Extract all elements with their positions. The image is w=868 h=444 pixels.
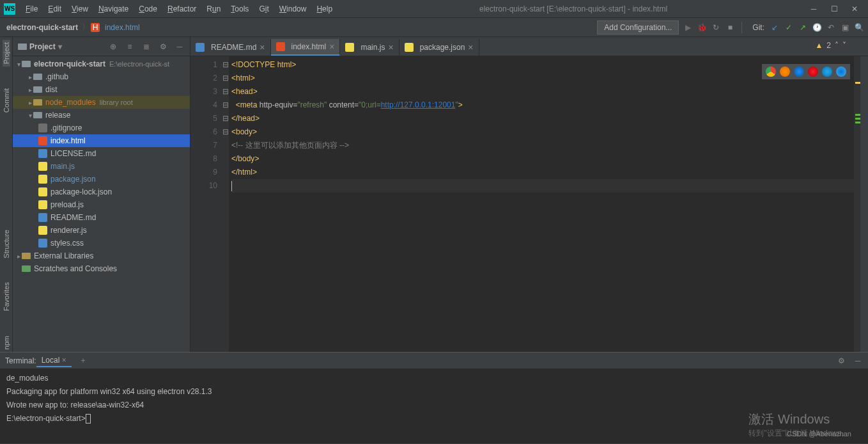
menu-help[interactable]: Help [311,3,337,15]
opera-icon[interactable] [808,67,818,77]
tree-scratches[interactable]: Scratches and Consoles [13,262,190,275]
window-title: electron-quick-start [E:\electron-quick-… [337,4,809,13]
git-commit-icon[interactable]: ✓ [784,22,794,33]
svg-rect-4 [33,74,42,80]
menu-view[interactable]: View [66,3,93,15]
git-pull-icon[interactable]: ↙ [770,22,780,33]
svg-rect-20 [196,43,205,52]
rail-npm[interactable]: npm [3,333,10,352]
tree-root[interactable]: ▾electron-quick-startE:\electron-quick-s… [13,58,190,70]
fold-gutter[interactable]: ⊟⊟⊟⊟⊟⊟ [222,56,229,352]
rail-commit[interactable]: Commit [3,86,10,115]
tree-file-gitignore[interactable]: .gitignore [13,122,190,134]
close-icon[interactable]: × [329,42,334,52]
menu-run[interactable]: Run [201,3,226,15]
svg-rect-18 [22,253,31,259]
select-opened-icon[interactable]: ⊕ [108,42,118,52]
project-sidebar: Project ▾ ⊕ ≡ ≣ ⚙ ─ ▾electron-quick-star… [13,37,190,352]
stop-icon[interactable]: ■ [725,22,735,33]
add-configuration-button[interactable]: Add Configuration... [597,20,679,35]
tree-file-styles-css[interactable]: styles.css [13,237,190,250]
menu-code[interactable]: Code [134,3,162,15]
terminal-label: Terminal: [5,356,36,365]
breadcrumb-file[interactable]: index.html [102,22,143,33]
edge-icon[interactable] [836,67,846,77]
close-icon[interactable]: × [62,356,66,365]
tree-folder-github[interactable]: ▸.github [13,70,190,83]
tree-file-license[interactable]: LICENSE.md [13,147,190,160]
tab-readme[interactable]: README.md× [190,39,271,56]
chevron-down-icon[interactable]: ˅ [842,41,846,50]
coverage-icon[interactable]: ↻ [711,22,721,33]
tree-file-preload-js[interactable]: preload.js [13,198,190,211]
editor-scrollbar[interactable] [860,56,868,352]
maximize-button[interactable]: ☐ [830,4,839,13]
code-editor[interactable]: 12345678910 ⊟⊟⊟⊟⊟⊟ <!DOCTYPE html> <html… [190,56,868,352]
svg-rect-11 [38,162,47,171]
hide-icon[interactable]: ─ [174,42,185,52]
git-push-icon[interactable]: ↗ [798,22,808,33]
tab-index-html[interactable]: index.html× [271,39,341,56]
search-icon[interactable]: 🔍 [854,22,864,33]
terminal-hide-icon[interactable]: ─ [853,356,863,366]
project-icon [18,42,27,51]
terminal-settings-icon[interactable]: ⚙ [836,356,846,366]
close-button[interactable]: ✕ [850,4,859,13]
tree-file-main-js[interactable]: main.js [13,160,190,173]
tree-file-package-lock[interactable]: package-lock.json [13,186,190,198]
terminal-tab-local[interactable]: Local × [36,354,72,367]
expand-all-icon[interactable]: ≡ [125,42,135,52]
tab-package-json[interactable]: package.json× [399,39,479,56]
firefox-icon[interactable] [780,67,790,77]
close-icon[interactable]: × [468,42,473,52]
inspection-widget[interactable]: ▲2 ˄ ˅ [811,40,850,51]
add-terminal-icon[interactable]: ＋ [78,356,88,366]
tree-folder-dist[interactable]: ▸dist [13,83,190,96]
rail-structure[interactable]: Structure [3,227,10,261]
todo-icon[interactable]: ▣ [840,22,850,33]
rail-favorites[interactable]: Favorites [3,280,10,313]
collapse-all-icon[interactable]: ≣ [141,42,151,52]
svg-rect-8 [38,123,47,132]
menu-git[interactable]: Git [254,3,274,15]
tree-file-package-json[interactable]: package.json [13,173,190,186]
rail-project[interactable]: Project [3,40,10,67]
project-tree[interactable]: ▾electron-quick-startE:\electron-quick-s… [13,56,190,352]
svg-text:H: H [93,23,98,32]
tab-main-js[interactable]: main.js× [340,39,399,56]
error-stripe[interactable] [854,56,860,352]
git-history-icon[interactable]: 🕐 [812,22,822,33]
chrome-icon[interactable] [766,67,776,77]
menu-refactor[interactable]: Refactor [162,3,201,15]
settings-icon[interactable]: ⚙ [158,42,168,52]
git-label: Git: [752,23,764,32]
tree-folder-node-modules[interactable]: ▸node_moduleslibrary root [13,96,190,109]
menu-window[interactable]: Window [274,3,312,15]
menu-file[interactable]: File [20,3,43,15]
menu-edit[interactable]: Edit [43,3,66,15]
tree-folder-release[interactable]: ▾release [13,109,190,122]
svg-rect-13 [38,187,47,196]
tree-file-readme[interactable]: README.md [13,211,190,224]
debug-icon[interactable]: 🐞 [697,22,707,33]
safari-icon[interactable] [794,67,804,77]
svg-rect-23 [405,43,414,52]
minimize-button[interactable]: ─ [809,4,818,13]
menu-tools[interactable]: Tools [226,3,254,15]
chevron-up-icon[interactable]: ˄ [835,41,839,50]
breadcrumb-project[interactable]: electron-quick-start [4,22,81,33]
git-rollback-icon[interactable]: ↶ [826,22,836,33]
code-content[interactable]: <!DOCTYPE html> <html> <head> <meta http… [229,56,854,352]
terminal-output[interactable]: de_modules Packaging app for platform wi… [0,369,868,428]
run-icon[interactable]: ▶ [683,22,693,33]
close-icon[interactable]: × [388,42,393,52]
tree-file-renderer-js[interactable]: renderer.js [13,224,190,237]
editor-tabs: README.md× index.html× main.js× package.… [190,37,868,56]
menu-navigate[interactable]: Navigate [93,3,134,15]
sidebar-title[interactable]: Project ▾ [18,42,62,51]
ie-icon[interactable] [822,67,832,77]
tree-file-index-html[interactable]: index.html [13,134,190,147]
svg-rect-12 [38,175,47,184]
close-icon[interactable]: × [260,42,265,52]
tree-external-libraries[interactable]: ▸External Libraries [13,250,190,262]
